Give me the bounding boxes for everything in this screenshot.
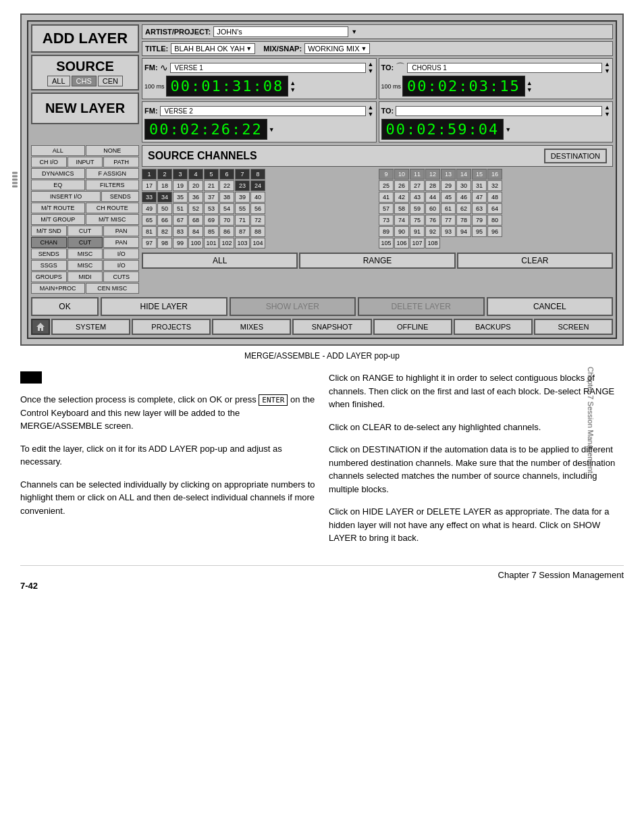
title-field[interactable]: BLAH BLAH OK YAH ▼ — [171, 43, 255, 54]
ch-69[interactable]: 69 — [204, 215, 219, 226]
ch-95[interactable]: 95 — [472, 226, 487, 237]
grid-cut-2[interactable]: CUT — [68, 237, 103, 248]
ch-99[interactable]: 99 — [173, 238, 188, 248]
ch-64[interactable]: 64 — [487, 203, 502, 214]
ch-7[interactable]: 7 — [235, 169, 250, 180]
ch-46[interactable]: 46 — [456, 192, 471, 203]
time-arrows-3[interactable]: ▼ — [269, 126, 275, 133]
grid-main-proc[interactable]: MAIN+PROC — [31, 283, 85, 294]
grid-io-2[interactable]: I/O — [103, 260, 139, 271]
backups-button[interactable]: BACKUPS — [454, 319, 533, 335]
ch-68[interactable]: 68 — [188, 215, 203, 226]
ch-39[interactable]: 39 — [235, 192, 250, 203]
system-button[interactable]: SYSTEM — [51, 319, 130, 335]
ch-84[interactable]: 84 — [188, 226, 203, 237]
ch-86[interactable]: 86 — [219, 226, 234, 237]
ch-102[interactable]: 102 — [219, 238, 234, 248]
ch-58[interactable]: 58 — [394, 203, 409, 214]
chorus-arrows[interactable]: ▲ ▼ — [604, 61, 610, 74]
ch-10[interactable]: 10 — [394, 169, 409, 180]
verse-arrows-2[interactable]: ▲ ▼ — [368, 104, 374, 117]
ch-25[interactable]: 25 — [379, 180, 394, 191]
ch-60[interactable]: 60 — [425, 203, 440, 214]
ch-76[interactable]: 76 — [425, 215, 440, 226]
ch-48[interactable]: 48 — [487, 192, 502, 203]
ch-101[interactable]: 101 — [204, 238, 219, 248]
ch-97[interactable]: 97 — [142, 238, 157, 248]
ch-57[interactable]: 57 — [379, 203, 394, 214]
ch-45[interactable]: 45 — [441, 192, 456, 203]
ch-49[interactable]: 49 — [142, 203, 157, 214]
ch-23[interactable]: 23 — [235, 180, 250, 191]
ch-19[interactable]: 19 — [173, 180, 188, 191]
ch-18[interactable]: 18 — [157, 180, 172, 191]
snapshot-button[interactable]: SNAPSHOT — [292, 319, 371, 335]
home-icon[interactable] — [31, 319, 50, 335]
ch-56[interactable]: 56 — [250, 203, 265, 214]
ch-71[interactable]: 71 — [235, 215, 250, 226]
delete-layer-button[interactable]: DELETE LAYER — [358, 297, 485, 316]
ch-77[interactable]: 77 — [441, 215, 456, 226]
source-chs-button[interactable]: CHS — [72, 76, 97, 86]
ch-107[interactable]: 107 — [410, 238, 425, 248]
ch-82[interactable]: 82 — [157, 226, 172, 237]
grid-cut-1[interactable]: CUT — [68, 226, 103, 236]
time-arrows-4[interactable]: ▼ — [505, 126, 511, 133]
ch-28[interactable]: 28 — [425, 180, 440, 191]
ch-88[interactable]: 88 — [250, 226, 265, 237]
grid-sends-2[interactable]: SENDS — [31, 248, 67, 259]
mixes-button[interactable]: MIXES — [212, 319, 291, 335]
ch-83[interactable]: 83 — [173, 226, 188, 237]
grid-insert-io[interactable]: INSERT I/O — [31, 191, 101, 202]
grid-io-1[interactable]: I/O — [103, 248, 139, 259]
ch-54[interactable]: 54 — [219, 203, 234, 214]
ch-20[interactable]: 20 — [188, 180, 203, 191]
ch-105[interactable]: 105 — [379, 238, 394, 248]
ch-66[interactable]: 66 — [157, 215, 172, 226]
ch-3[interactable]: 3 — [173, 169, 188, 180]
offline-button[interactable]: OFFLINE — [373, 319, 452, 335]
ch-43[interactable]: 43 — [410, 192, 425, 203]
ch-74[interactable]: 74 — [394, 215, 409, 226]
grid-f-assign[interactable]: F ASSIGN — [86, 168, 140, 179]
ch-67[interactable]: 67 — [173, 215, 188, 226]
ch-106[interactable]: 106 — [394, 238, 409, 248]
ch-31[interactable]: 31 — [472, 180, 487, 191]
ch-78[interactable]: 78 — [456, 215, 471, 226]
mix-snap-field[interactable]: WORKING MIX ▼ — [304, 43, 370, 54]
ch-41[interactable]: 41 — [379, 192, 394, 203]
ch-17[interactable]: 17 — [142, 180, 157, 191]
ch-59[interactable]: 59 — [410, 203, 425, 214]
show-layer-button[interactable]: SHOW LAYER — [230, 297, 356, 316]
ch-92[interactable]: 92 — [425, 226, 440, 237]
ch-9[interactable]: 9 — [379, 169, 394, 180]
hide-layer-button[interactable]: HIDE LAYER — [101, 297, 227, 316]
ch-73[interactable]: 73 — [379, 215, 394, 226]
ch-96[interactable]: 96 — [487, 226, 502, 237]
ch-89[interactable]: 89 — [379, 226, 394, 237]
grid-ch-io[interactable]: CH I/O — [31, 157, 67, 167]
ch-70[interactable]: 70 — [219, 215, 234, 226]
to2-arrows[interactable]: ▲ ▼ — [604, 104, 610, 117]
ok-button[interactable]: OK — [31, 297, 99, 316]
time-arrows-1[interactable]: ▲ ▼ — [290, 80, 296, 93]
verse-arrows-1[interactable]: ▲ ▼ — [368, 61, 374, 74]
ch-29[interactable]: 29 — [441, 180, 456, 191]
projects-button[interactable]: PROJECTS — [132, 319, 211, 335]
grid-pan-2[interactable]: PAN — [103, 237, 139, 248]
grid-mt-snd[interactable]: M/T SND — [31, 226, 67, 236]
ch-27[interactable]: 27 — [410, 180, 425, 191]
add-layer-button[interactable]: ADD LAYER — [31, 24, 139, 53]
ch-62[interactable]: 62 — [456, 203, 471, 214]
ch-93[interactable]: 93 — [441, 226, 456, 237]
mix-snap-dropdown-icon[interactable]: ▼ — [361, 45, 367, 52]
ch-33[interactable]: 33 — [142, 192, 157, 203]
range-button[interactable]: RANGE — [299, 253, 455, 269]
source-cen-button[interactable]: CEN — [98, 76, 123, 86]
ch-85[interactable]: 85 — [204, 226, 219, 237]
all-button[interactable]: ALL — [142, 253, 298, 269]
ch-26[interactable]: 26 — [394, 180, 409, 191]
grid-sends[interactable]: SENDS — [101, 191, 139, 202]
title-dropdown-icon[interactable]: ▼ — [246, 45, 252, 52]
ch-6[interactable]: 6 — [219, 169, 234, 180]
